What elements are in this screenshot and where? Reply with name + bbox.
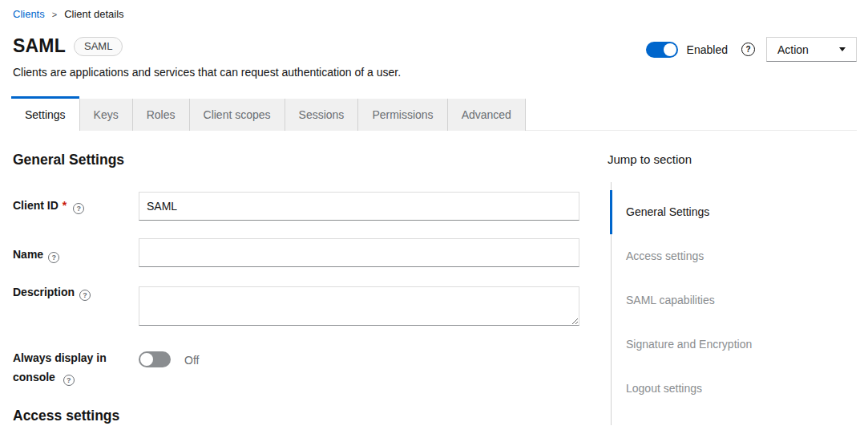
toggle-knob <box>664 43 676 56</box>
enabled-toggle[interactable] <box>646 42 678 58</box>
description-label: Description? <box>13 282 135 302</box>
always-display-state-label: Off <box>184 354 199 367</box>
toggle-knob <box>140 353 153 366</box>
action-dropdown-label: Action <box>777 43 809 56</box>
jump-nav: General Settings Access settings SAML ca… <box>611 182 811 425</box>
client-id-help-icon[interactable]: ? <box>73 203 84 214</box>
description-textarea[interactable] <box>139 286 579 326</box>
tab-permissions[interactable]: Permissions <box>358 99 447 131</box>
tab-keys[interactable]: Keys <box>79 99 133 131</box>
description-label-text: Description <box>13 286 75 298</box>
breadcrumb: Clients > Client details <box>13 8 124 20</box>
protocol-badge: SAML <box>74 37 123 56</box>
jump-nav-title: Jump to section <box>608 152 692 166</box>
jump-link-general-settings[interactable]: General Settings <box>610 190 811 234</box>
page-title: SAML <box>13 35 66 57</box>
breadcrumb-current: Client details <box>64 8 123 20</box>
action-dropdown-button[interactable]: Action <box>766 37 857 62</box>
name-help-icon[interactable]: ? <box>48 252 59 263</box>
tab-settings[interactable]: Settings <box>11 96 79 131</box>
tab-sessions[interactable]: Sessions <box>285 99 359 131</box>
jump-link-signature-encryption[interactable]: Signature and Encryption <box>612 322 811 367</box>
tab-client-scopes[interactable]: Client scopes <box>190 99 285 131</box>
jump-link-logout-settings[interactable]: Logout settings <box>612 367 811 411</box>
section-heading-access-settings: Access settings <box>13 408 119 424</box>
client-id-input[interactable] <box>139 192 579 221</box>
always-display-help-icon[interactable]: ? <box>63 375 75 386</box>
title-row: SAML SAML <box>13 35 123 57</box>
name-label-text: Name <box>13 248 43 261</box>
client-tabs: Settings Keys Roles Client scopes Sessio… <box>11 96 857 131</box>
header-actions: Enabled ? Action <box>646 37 857 62</box>
always-display-label: Always display in console ? <box>13 348 135 387</box>
client-id-label: Client ID*? <box>13 196 135 215</box>
required-asterisk: * <box>63 199 67 212</box>
enabled-label: Enabled <box>687 43 728 56</box>
breadcrumb-clients-link[interactable]: Clients <box>13 8 45 20</box>
breadcrumb-separator-icon: > <box>52 10 57 19</box>
client-id-label-text: Client ID <box>13 199 59 212</box>
page-description: Clients are applications and services th… <box>13 66 401 79</box>
always-display-label-text: Always display in console <box>13 351 107 383</box>
jump-link-access-settings[interactable]: Access settings <box>612 234 811 278</box>
help-icon[interactable]: ? <box>741 43 755 56</box>
always-display-toggle[interactable] <box>139 351 171 367</box>
name-input[interactable] <box>139 238 579 267</box>
section-heading-general-settings: General Settings <box>13 152 124 168</box>
caret-down-icon <box>839 47 846 51</box>
jump-link-saml-capabilities[interactable]: SAML capabilities <box>612 278 811 322</box>
description-help-icon[interactable]: ? <box>79 290 91 301</box>
tab-advanced[interactable]: Advanced <box>448 99 526 131</box>
name-label: Name? <box>13 245 135 264</box>
tab-roles[interactable]: Roles <box>133 99 190 131</box>
